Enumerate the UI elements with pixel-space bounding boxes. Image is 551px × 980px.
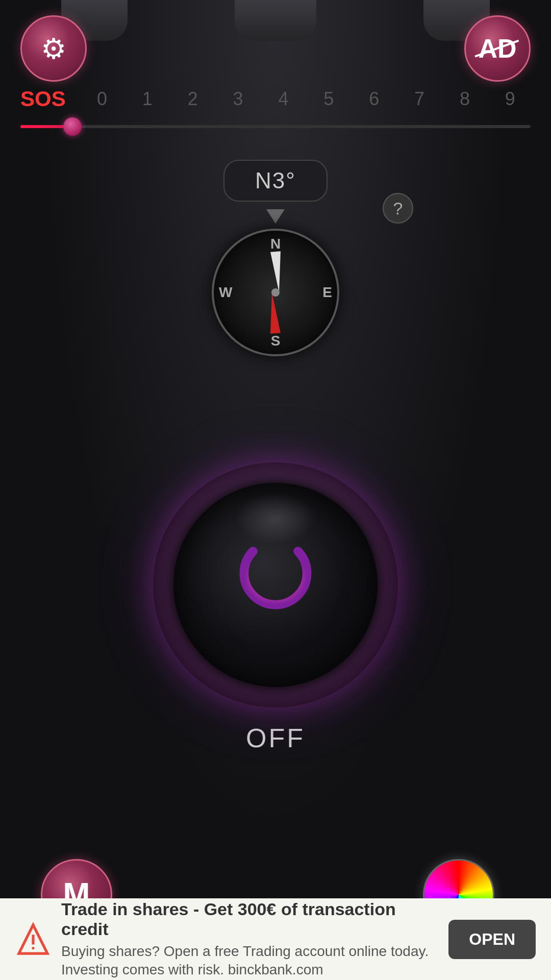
ad-disable-button[interactable]: AD	[464, 15, 531, 82]
compass-section: N3° ? N S W E	[0, 144, 551, 366]
slider-num-6: 6	[354, 88, 394, 110]
ad-open-button[interactable]: OPEN	[448, 920, 536, 959]
ad-logo-icon	[15, 921, 51, 957]
svg-point-3	[32, 947, 34, 949]
power-section: OFF	[0, 366, 551, 849]
ad-title: Trade in shares - Get 300€ of transactio…	[61, 899, 438, 939]
settings-button[interactable]: ⚙	[20, 15, 87, 82]
compass-south-label: S	[271, 333, 281, 349]
slider-track-container[interactable]	[15, 114, 536, 139]
compass-down-arrow	[266, 209, 285, 224]
help-button[interactable]: ?	[383, 193, 413, 224]
compass-north-label: N	[270, 236, 281, 252]
compass-west-label: W	[219, 284, 232, 301]
slider-num-0: 0	[82, 88, 122, 110]
slider-numbers: 0 1 2 3 4 5 6 7 8 9	[82, 88, 531, 110]
gear-icon: ⚙	[41, 32, 66, 65]
compass-needle-north	[267, 292, 281, 333]
slider-labels: SOS 0 1 2 3 4 5 6 7 8 9	[15, 87, 536, 111]
compass-reading-text: N3°	[255, 168, 296, 193]
slider-num-8: 8	[444, 88, 485, 110]
compass-needle-south	[270, 251, 284, 292]
ad-banner: Trade in shares - Get 300€ of transactio…	[0, 898, 551, 980]
slider-num-9: 9	[490, 88, 531, 110]
header-row: ⚙ AD	[0, 0, 551, 82]
power-icon	[219, 529, 332, 641]
ad-content: Trade in shares - Get 300€ of transactio…	[61, 899, 438, 979]
app-container: ⚙ AD SOS 0 1 2 3 4 5 6 7 8 9	[0, 0, 551, 980]
slider-track	[20, 125, 531, 128]
slider-num-1: 1	[127, 88, 168, 110]
slider-num-7: 7	[399, 88, 440, 110]
power-button-inner	[173, 483, 378, 687]
compass-east-label: E	[322, 284, 332, 301]
ad-icon: AD	[478, 33, 516, 64]
compass-center-dot	[271, 288, 280, 297]
ad-subtitle: Buying shares? Open a free Trading accou…	[61, 942, 438, 979]
slider-num-3: 3	[218, 88, 259, 110]
brightness-slider-section: SOS 0 1 2 3 4 5 6 7 8 9	[0, 77, 551, 144]
power-button[interactable]	[153, 462, 398, 707]
slider-num-4: 4	[263, 88, 304, 110]
help-icon: ?	[393, 199, 403, 218]
compass-widget[interactable]: N S W E	[212, 229, 339, 356]
slider-num-5: 5	[308, 88, 349, 110]
slider-thumb[interactable]	[63, 117, 82, 136]
compass-reading-display: N3°	[223, 160, 328, 202]
sos-label[interactable]: SOS	[20, 87, 71, 111]
slider-num-2: 2	[172, 88, 213, 110]
power-status-label: OFF	[246, 723, 305, 753]
